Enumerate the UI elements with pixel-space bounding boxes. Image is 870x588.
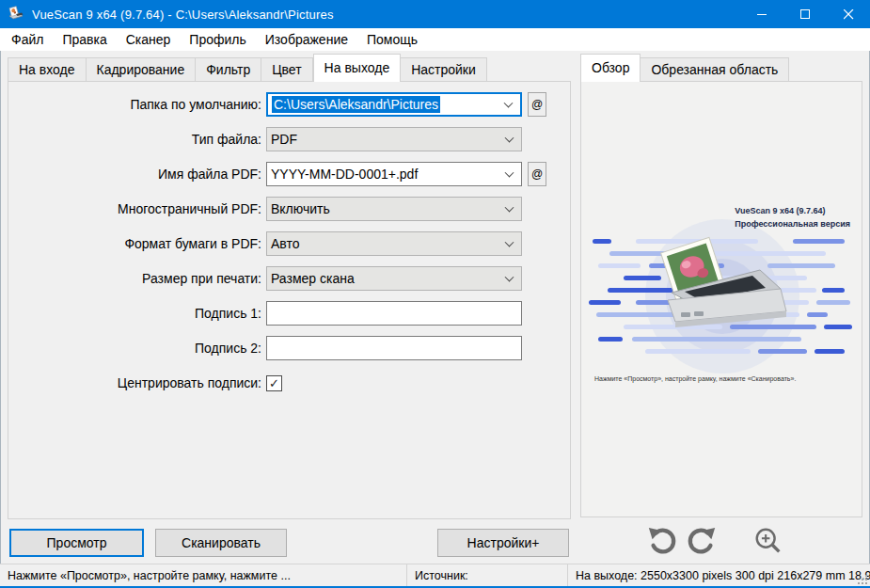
preview-panel: VueScan 9 x64 (9.7.64) Профессиональная … (580, 81, 862, 517)
zoom-in-icon[interactable] (752, 526, 784, 558)
status-output-info: На выходе: 2550x3300 pixels 300 dpi 216x… (568, 564, 870, 586)
file-type-label: Тип файла: (8, 132, 266, 147)
row-multipage-pdf: Многостраничный PDF: Включить (8, 197, 570, 221)
default-folder-label: Папка по умолчанию: (8, 97, 266, 112)
pdf-paper-size-value: Авто (271, 236, 300, 251)
row-caption1: Подпись 1: (8, 301, 570, 326)
menu-scanner[interactable]: Сканер (117, 28, 181, 51)
preview-tabstrip: Обзор Обрезанная область (580, 54, 789, 82)
caption1-label: Подпись 1: (8, 306, 266, 321)
multipage-pdf-label: Многостраничный PDF: (8, 201, 266, 216)
chevron-down-icon[interactable] (505, 168, 514, 178)
rotate-left-icon[interactable] (646, 526, 678, 558)
pdf-filename-label: Имя файла PDF: (8, 167, 266, 182)
tab-output[interactable]: На выходе (313, 54, 402, 82)
output-settings-panel: Папка по умолчанию: C:\Users\Aleksandr\P… (8, 81, 571, 519)
preview-caption: Нажмите «Просмотр», настройте рамку, наж… (594, 375, 796, 382)
center-captions-checkbox[interactable]: ✓ (266, 375, 282, 391)
logo-line2: Профессиональная версия (735, 217, 850, 230)
pdf-filename-value: YYYY-MM-DD-0001+.pdf (271, 167, 418, 182)
multipage-pdf-value: Включить (271, 201, 330, 216)
tab-cropped-area[interactable]: Обрезанная область (641, 57, 789, 82)
caption2-input[interactable] (266, 336, 522, 360)
row-pdf-filename: Имя файла PDF: YYYY-MM-DD-0001+.pdf @ (8, 162, 570, 186)
menu-profile[interactable]: Профиль (180, 28, 255, 51)
tab-overview[interactable]: Обзор (580, 54, 641, 82)
file-type-value: PDF (271, 132, 297, 147)
chevron-down-icon[interactable] (504, 99, 514, 108)
print-size-value: Размер скана (271, 271, 355, 286)
default-folder-combobox[interactable]: C:\Users\Aleksandr\Pictures (266, 92, 522, 117)
app-icon (8, 6, 24, 23)
pdf-filename-combobox[interactable]: YYYY-MM-DD-0001+.pdf (266, 162, 522, 186)
print-size-combobox[interactable]: Размер скана (266, 266, 522, 291)
pdf-filename-at-button[interactable]: @ (528, 162, 546, 186)
row-default-folder: Папка по умолчанию: C:\Users\Aleksandr\P… (8, 92, 570, 117)
scan-button[interactable]: Сканировать (155, 529, 287, 557)
tab-settings[interactable]: Настройки (401, 57, 487, 82)
caption1-input[interactable] (266, 301, 522, 326)
row-caption2: Подпись 2: (8, 336, 570, 360)
row-pdf-paper-size: Формат бумаги в PDF: Авто (8, 231, 570, 256)
window-controls (740, 0, 870, 28)
resize-grip-icon[interactable] (856, 573, 868, 585)
menu-image[interactable]: Изображение (256, 28, 357, 51)
minimize-button[interactable] (740, 0, 783, 28)
status-hint: Нажмите «Просмотр», настройте рамку, наж… (0, 564, 407, 586)
vuescan-window: { "window": { "title": "VueScan 9 x64 (9… (0, 0, 870, 588)
print-size-label: Размер при печати: (8, 271, 266, 286)
file-type-combobox[interactable]: PDF (266, 127, 522, 151)
preview-button[interactable]: Просмотр (9, 529, 144, 557)
row-center-captions: Центрировать подписи: ✓ (8, 371, 570, 395)
tab-color[interactable]: Цвет (261, 57, 312, 82)
chevron-down-icon (505, 203, 514, 213)
tab-input[interactable]: На входе (8, 57, 87, 82)
chevron-down-icon (505, 273, 514, 282)
chevron-down-icon (505, 238, 514, 247)
settings-tabstrip: На входе Кадрирование Фильтр Цвет На вых… (8, 54, 487, 82)
default-folder-at-button[interactable]: @ (528, 92, 546, 117)
menu-edit[interactable]: Правка (53, 28, 116, 51)
logo-line1: VueScan 9 x64 (9.7.64) (735, 204, 850, 217)
center-captions-label: Центрировать подписи: (8, 375, 266, 390)
menubar: Файл Правка Сканер Профиль Изображение П… (0, 28, 870, 51)
scanner-illustration (581, 82, 862, 516)
close-button[interactable] (827, 0, 870, 28)
menu-help[interactable]: Помощь (357, 28, 427, 51)
status-source: Источник: (407, 564, 568, 586)
pdf-paper-size-label: Формат бумаги в PDF: (8, 236, 266, 251)
caption2-label: Подпись 2: (8, 341, 266, 356)
default-folder-value: C:\Users\Aleksandr\Pictures (272, 96, 440, 113)
vuescan-logo-text: VueScan 9 x64 (9.7.64) Профессиональная … (735, 204, 850, 231)
pdf-paper-size-combobox[interactable]: Авто (266, 231, 522, 256)
tab-crop[interactable]: Кадрирование (87, 57, 197, 82)
chevron-down-icon (505, 134, 514, 143)
tab-filter[interactable]: Фильтр (196, 57, 261, 82)
window-title: VueScan 9 x64 (9.7.64) - C:\Users\Aleksa… (32, 8, 334, 22)
titlebar: VueScan 9 x64 (9.7.64) - C:\Users\Aleksa… (0, 0, 870, 28)
menu-file[interactable]: Файл (2, 28, 53, 51)
maximize-button[interactable] (783, 0, 827, 28)
settings-plus-button[interactable]: Настройки+ (437, 529, 569, 557)
row-print-size: Размер при печати: Размер скана (8, 266, 570, 291)
checkmark-icon: ✓ (269, 376, 279, 390)
rotate-right-icon[interactable] (686, 526, 718, 558)
statusbar: Нажмите «Просмотр», настройте рамку, наж… (0, 564, 870, 586)
multipage-pdf-combobox[interactable]: Включить (266, 197, 522, 221)
row-file-type: Тип файла: PDF (8, 127, 570, 151)
